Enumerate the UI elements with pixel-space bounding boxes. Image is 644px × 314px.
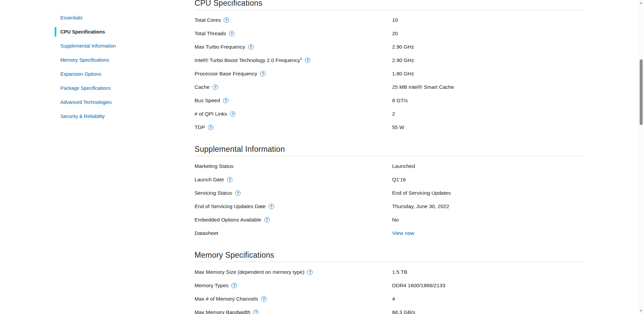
help-icon[interactable]: ? <box>229 31 234 36</box>
spec-row-total-threads: Total Threads ? 20 <box>195 27 584 40</box>
help-icon[interactable]: ? <box>231 283 237 288</box>
spec-row-bus-speed: Bus Speed ? 8 GT/s <box>195 94 584 107</box>
sidebar-item-security-reliability[interactable]: Security & Reliability <box>60 109 154 123</box>
sidebar-item-memory-specifications[interactable]: Memory Specifications <box>60 53 154 67</box>
spec-value: 1.5 TB <box>392 269 584 275</box>
spec-row-tdp: TDP ? 55 W <box>195 121 584 134</box>
product-spec-page: Essentials CPU Specifications Supplement… <box>0 0 644 314</box>
spec-value: No <box>392 217 584 223</box>
scroll-down-icon[interactable]: ▼ <box>638 309 644 313</box>
section-title: Memory Specifications <box>195 250 584 262</box>
datasheet-view-now-link[interactable]: View now <box>392 230 414 236</box>
spec-row-cache: Cache ? 25 MB Intel® Smart Cache <box>195 80 584 94</box>
section-nav: Essentials CPU Specifications Supplement… <box>60 11 154 123</box>
spec-row-total-cores: Total Cores ? 10 <box>195 13 584 27</box>
spec-label: Launch Date <box>195 177 224 183</box>
section-supplemental-information: Supplemental Information Marketing Statu… <box>195 144 584 240</box>
scrollbar[interactable]: ▲ ▼ <box>638 0 644 314</box>
spec-label: Processor Base Frequency <box>195 71 257 77</box>
spec-value: 4 <box>392 296 584 302</box>
spec-row-end-of-servicing-updates-date: End of Servicing Updates Date ? Thursday… <box>195 200 584 213</box>
spec-value: 55 W <box>392 124 584 130</box>
spec-label: Servicing Status <box>195 190 232 196</box>
sidebar-item-expansion-options[interactable]: Expansion Options <box>60 67 154 81</box>
scrollbar-thumb[interactable] <box>640 59 643 125</box>
sidebar-item-advanced-technologies[interactable]: Advanced Technologies <box>60 95 154 109</box>
spec-label: End of Servicing Updates Date <box>195 203 266 209</box>
spec-row-launch-date: Launch Date ? Q1'16 <box>195 173 584 186</box>
spec-label: Cache <box>195 84 210 90</box>
help-icon[interactable]: ? <box>260 71 266 76</box>
section-memory-specifications: Memory Specifications Max Memory Size (d… <box>195 250 584 314</box>
sidebar-item-supplemental-information[interactable]: Supplemental Information <box>60 39 154 53</box>
spec-label: Intel® Turbo Boost Technology 2.0 Freque… <box>195 57 302 63</box>
spec-value: View now <box>392 230 584 236</box>
spec-label: Datasheet <box>195 230 218 236</box>
help-icon[interactable]: ? <box>227 177 232 182</box>
spec-label: TDP <box>195 124 205 130</box>
spec-value: DDR4 1600/1866/2133 <box>392 282 584 289</box>
spec-label: Max Memory Bandwidth <box>195 309 250 314</box>
spec-value: 20 <box>392 30 584 37</box>
spec-row-qpi-links: # of QPI Links ? 2 <box>195 107 584 121</box>
scroll-up-icon[interactable]: ▲ <box>638 1 644 5</box>
spec-value: Q1'16 <box>392 177 584 183</box>
spec-value: Thursday, June 30, 2022 <box>392 203 584 209</box>
spec-label: # of QPI Links <box>195 111 227 117</box>
help-icon[interactable]: ? <box>264 217 270 223</box>
spec-value: 25 MB Intel® Smart Cache <box>392 84 584 90</box>
spec-row-max-memory-bandwidth: Max Memory Bandwidth ? 68.3 GB/s <box>195 306 584 314</box>
help-icon[interactable]: ? <box>269 204 274 209</box>
spec-value: 1.80 GHz <box>392 71 584 77</box>
active-indicator-bar <box>55 27 56 37</box>
help-icon[interactable]: ? <box>208 125 213 130</box>
spec-row-turbo-boost-2-frequency: Intel® Turbo Boost Technology 2.0 Freque… <box>195 54 584 67</box>
spec-label: Total Threads <box>195 30 226 37</box>
help-icon[interactable]: ? <box>223 98 228 103</box>
spec-row-processor-base-frequency: Processor Base Frequency ? 1.80 GHz <box>195 67 584 80</box>
spec-row-max-memory-channels: Max # of Memory Channels ? 4 <box>195 292 584 306</box>
spec-label: Max # of Memory Channels <box>195 296 258 302</box>
sidebar-item-cpu-specifications[interactable]: CPU Specifications <box>60 25 154 39</box>
help-icon[interactable]: ? <box>305 58 310 63</box>
spec-row-servicing-status: Servicing Status ? End of Servicing Upda… <box>195 186 584 200</box>
spec-row-memory-types: Memory Types ? DDR4 1600/1866/2133 <box>195 279 584 292</box>
spec-value: Launched <box>392 163 584 169</box>
spec-label: Max Turbo Frequency <box>195 44 245 50</box>
help-icon[interactable]: ? <box>307 269 313 275</box>
spec-row-max-turbo-frequency: Max Turbo Frequency ? 2.90 GHz <box>195 40 584 54</box>
help-icon[interactable]: ? <box>248 44 254 50</box>
section-title: Supplemental Information <box>195 144 584 156</box>
spec-label: Marketing Status <box>195 163 233 169</box>
section-title: CPU Specifications <box>195 0 584 10</box>
spec-value: 2.90 GHz <box>392 57 584 63</box>
spec-label: Total Cores <box>195 17 221 23</box>
spec-value: 10 <box>392 17 584 23</box>
section-cpu-specifications: CPU Specifications Total Cores ? 10 Tota… <box>195 0 584 134</box>
spec-row-marketing-status: Marketing Status Launched <box>195 160 584 173</box>
spec-row-datasheet: Datasheet View now <box>195 227 584 240</box>
sidebar-item-package-specifications[interactable]: Package Specifications <box>60 81 154 95</box>
spec-row-embedded-options-available: Embedded Options Available ? No <box>195 213 584 227</box>
footnote-dagger: ‡ <box>300 57 302 61</box>
spec-content: CPU Specifications Total Cores ? 10 Tota… <box>195 0 584 314</box>
spec-label: Bus Speed <box>195 98 220 104</box>
help-icon[interactable]: ? <box>224 17 229 23</box>
spec-label: Max Memory Size (dependent on memory typ… <box>195 269 304 275</box>
help-icon[interactable]: ? <box>261 296 267 302</box>
help-icon[interactable]: ? <box>235 190 240 196</box>
spec-value: 68.3 GB/s <box>392 309 584 314</box>
help-icon[interactable]: ? <box>253 310 259 314</box>
sidebar-item-label: CPU Specifications <box>60 29 105 35</box>
spec-value: 8 GT/s <box>392 98 584 104</box>
spec-value: 2 <box>392 111 584 117</box>
spec-label: Embedded Options Available <box>195 217 261 223</box>
spec-value: End of Servicing Updates <box>392 190 584 196</box>
sidebar-item-essentials[interactable]: Essentials <box>60 11 154 25</box>
help-icon[interactable]: ? <box>230 111 235 117</box>
spec-row-max-memory-size: Max Memory Size (dependent on memory typ… <box>195 265 584 279</box>
help-icon[interactable]: ? <box>213 84 218 90</box>
spec-value: 2.90 GHz <box>392 44 584 50</box>
spec-label: Memory Types <box>195 282 228 289</box>
